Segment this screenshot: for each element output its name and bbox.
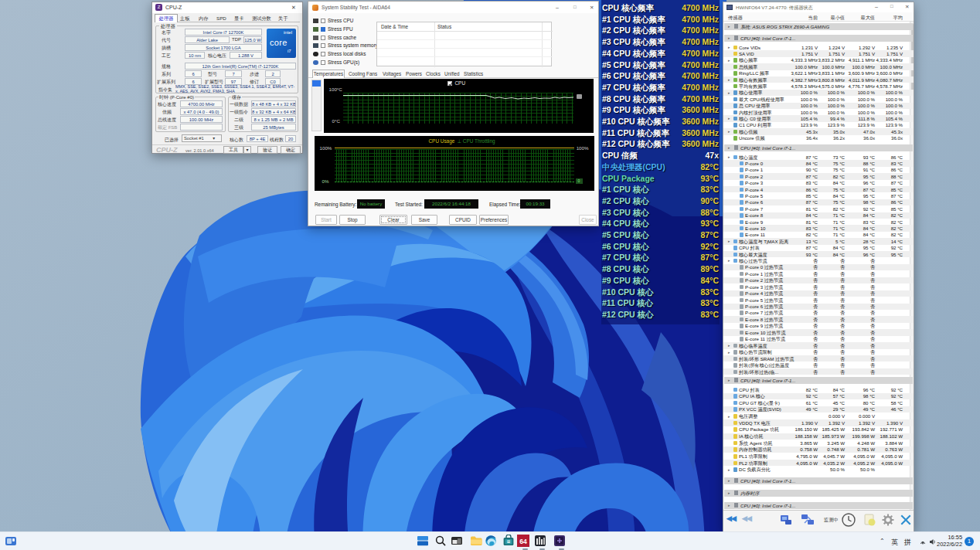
- svg-text:64: 64: [519, 538, 527, 545]
- svg-text:⊞: ⊞: [507, 539, 511, 544]
